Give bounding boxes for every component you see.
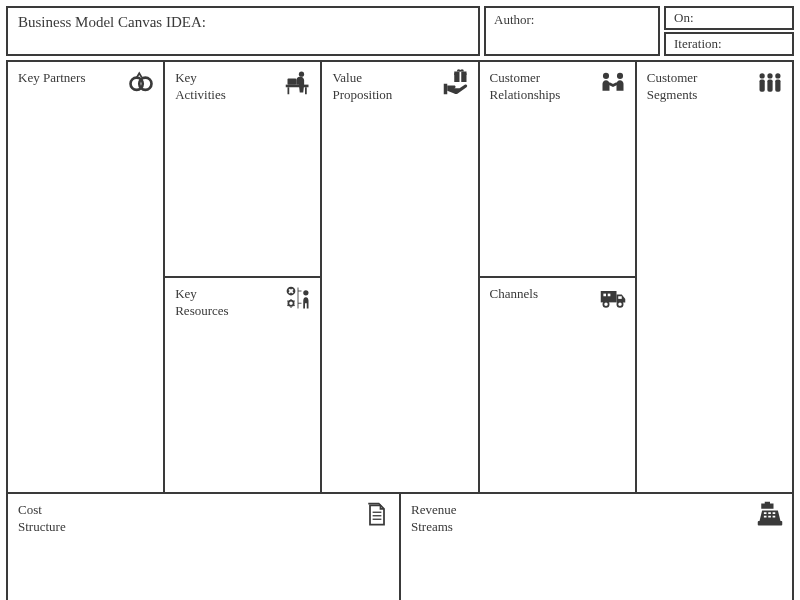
meta-column: On: Iteration:: [664, 6, 794, 56]
handshake-icon: [599, 68, 627, 96]
author-cell[interactable]: Author:: [484, 6, 660, 56]
gift-hand-icon: [442, 68, 470, 96]
block-label: Cost Structure: [18, 502, 88, 536]
block-channels[interactable]: Channels: [480, 278, 635, 492]
block-customer-segments[interactable]: Customer Segments: [637, 62, 792, 492]
title-label: Business Model Canvas IDEA:: [18, 14, 206, 30]
svg-point-8: [289, 301, 294, 306]
svg-rect-39: [773, 512, 776, 514]
on-label: On:: [674, 10, 694, 25]
svg-rect-29: [767, 79, 772, 91]
resources-icon: [284, 284, 312, 312]
svg-point-22: [617, 302, 622, 307]
truck-icon: [599, 284, 627, 312]
svg-rect-4: [286, 85, 309, 88]
on-cell[interactable]: On:: [664, 6, 794, 30]
block-cost-structure[interactable]: Cost Structure: [8, 494, 401, 600]
block-label: Customer Segments: [647, 70, 717, 104]
block-label: Key Resources: [175, 286, 245, 320]
svg-rect-28: [760, 79, 765, 91]
upper-row: Key Partners Key Activities Key Resource…: [8, 62, 792, 492]
svg-rect-16: [443, 84, 447, 95]
svg-point-27: [775, 73, 780, 78]
iteration-cell[interactable]: Iteration:: [664, 32, 794, 56]
svg-rect-24: [608, 294, 611, 297]
block-label: Key Activities: [175, 70, 245, 104]
iteration-label: Iteration:: [674, 36, 722, 51]
svg-rect-6: [288, 87, 290, 94]
block-key-resources[interactable]: Key Resources: [165, 278, 320, 492]
svg-point-21: [603, 302, 608, 307]
svg-point-17: [603, 73, 609, 79]
col-relationships-channels: Customer Relationships Channels: [480, 62, 637, 492]
svg-rect-23: [603, 294, 606, 297]
svg-point-25: [760, 73, 765, 78]
block-label: Value Proposition: [332, 70, 402, 104]
cash-register-icon: [756, 500, 784, 528]
svg-rect-5: [305, 87, 307, 94]
canvas-header: Business Model Canvas IDEA: Author: On: …: [6, 6, 794, 56]
block-value-proposition[interactable]: Value Proposition: [322, 62, 479, 492]
author-label: Author:: [494, 12, 534, 27]
svg-rect-30: [775, 79, 780, 91]
svg-rect-19: [601, 291, 617, 302]
svg-rect-41: [768, 516, 771, 518]
svg-rect-36: [758, 521, 783, 525]
svg-point-26: [767, 73, 772, 78]
desk-worker-icon: [284, 68, 312, 96]
svg-rect-35: [765, 502, 770, 505]
svg-rect-37: [764, 512, 767, 514]
block-revenue-streams[interactable]: Revenue Streams: [401, 494, 792, 600]
block-key-activities[interactable]: Key Activities: [165, 62, 320, 278]
rings-icon: [127, 68, 155, 96]
svg-point-12: [304, 290, 309, 295]
svg-rect-20: [618, 296, 622, 299]
svg-rect-38: [768, 512, 771, 514]
title-cell[interactable]: Business Model Canvas IDEA:: [6, 6, 480, 56]
svg-rect-3: [288, 79, 297, 85]
block-label: Customer Relationships: [490, 70, 560, 104]
block-customer-relationships[interactable]: Customer Relationships: [480, 62, 635, 278]
block-label: Channels: [490, 286, 560, 303]
block-key-partners[interactable]: Key Partners: [8, 62, 165, 492]
col-activities-resources: Key Activities Key Resources: [165, 62, 322, 492]
svg-point-1: [139, 78, 151, 90]
block-label: Key Partners: [18, 70, 88, 87]
svg-rect-40: [764, 516, 767, 518]
documents-icon: [363, 500, 391, 528]
block-label: Revenue Streams: [411, 502, 481, 536]
svg-rect-42: [773, 516, 776, 518]
svg-point-2: [299, 72, 304, 77]
lower-row: Cost Structure Revenue Streams: [8, 492, 792, 600]
svg-point-18: [617, 73, 623, 79]
canvas-grid: Key Partners Key Activities Key Resource…: [6, 60, 794, 600]
people-group-icon: [756, 68, 784, 96]
